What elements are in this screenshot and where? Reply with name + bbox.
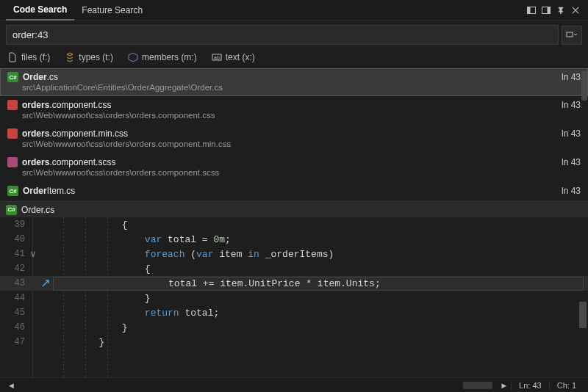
code-line[interactable]: 40 var total = 0m;	[0, 232, 588, 247]
line-number: 45	[0, 308, 28, 318]
result-path: src\ApplicationCore\Entities\OrderAggreg…	[22, 83, 556, 92]
code-line[interactable]: 42 {	[0, 261, 588, 276]
code-text: total += item.UnitPrice * item.Units;	[54, 278, 381, 289]
result-row[interactable]: C#OrderItem.csln 43	[0, 182, 588, 201]
code-text: var total = 0m;	[53, 234, 231, 245]
line-number: 40	[0, 234, 28, 244]
code-text: }	[53, 322, 127, 333]
breakpoint-glyph-icon	[38, 279, 53, 288]
code-line[interactable]: 43 total += item.UnitPrice * item.Units;	[0, 276, 588, 291]
result-row[interactable]: orders.component.csssrc\Web\wwwroot\css\…	[0, 96, 588, 125]
code-line[interactable]: 41∨ foreach (var item in _orderItems)	[0, 247, 588, 261]
css-icon	[7, 128, 18, 139]
line-number: 41	[0, 249, 28, 259]
code-text: {	[53, 219, 127, 231]
line-number: 47	[0, 337, 28, 347]
results-scrollbar[interactable]	[581, 70, 587, 200]
line-number: 44	[0, 293, 28, 303]
code-text: }	[53, 293, 151, 304]
code-line[interactable]: 45 return total;	[0, 305, 588, 320]
filter-members-label: members (m:)	[142, 52, 197, 62]
result-row[interactable]: C#Order.cssrc\ApplicationCore\Entities\O…	[0, 68, 588, 96]
tab-feature-search[interactable]: Feature Search	[74, 1, 150, 20]
code-text: foreach (var item in _orderItems)	[53, 249, 334, 260]
filter-members[interactable]: members (m:)	[128, 52, 197, 62]
close-icon[interactable]	[569, 4, 582, 17]
scroll-left-icon[interactable]: ◄	[4, 381, 18, 390]
svg-text:ab: ab	[214, 55, 220, 60]
line-number: 43	[0, 278, 28, 288]
status-bar: ◄ ► Ln: 43 Ch: 1	[0, 377, 588, 392]
result-line-number: ln 43	[556, 100, 581, 110]
window-dock-right-icon[interactable]	[539, 4, 553, 17]
preview-header: C# Order.cs	[0, 201, 588, 217]
filter-types-label: types (t:)	[79, 52, 113, 62]
code-line[interactable]: 44 }	[0, 291, 588, 305]
filter-files-label: files (f:)	[21, 52, 50, 62]
result-row[interactable]: orders.component.min.csssrc\Web\wwwroot\…	[0, 125, 588, 153]
pin-icon[interactable]	[554, 4, 567, 17]
results-scrollbar-thumb[interactable]	[581, 71, 587, 101]
title-bar: Code Search Feature Search	[0, 0, 588, 21]
search-row	[0, 21, 588, 49]
result-line-number: ln 43	[556, 186, 581, 196]
fold-chevron-icon[interactable]: ∨	[28, 248, 38, 260]
members-icon	[128, 52, 138, 62]
scroll-right-icon[interactable]: ►	[497, 381, 511, 390]
result-filename: orders.component.min.css	[22, 128, 128, 139]
result-path: src\Web\wwwroot\css\orders\orders.compon…	[22, 168, 556, 177]
search-input[interactable]	[6, 25, 559, 45]
code-text: }	[53, 337, 104, 348]
result-row[interactable]: orders.component.scsssrc\Web\wwwroot\css…	[0, 153, 588, 182]
line-number: 39	[0, 219, 28, 230]
result-path: src\Web\wwwroot\css\orders\orders.compon…	[22, 139, 556, 148]
horizontal-scrollbar[interactable]	[23, 382, 492, 389]
css-icon	[7, 100, 18, 110]
text-icon: ab	[212, 52, 222, 62]
result-line-number: ln 43	[556, 157, 581, 167]
filter-files[interactable]: files (f:)	[7, 52, 50, 62]
csharp-icon: C#	[7, 186, 18, 196]
csharp-icon: C#	[6, 205, 17, 215]
code-text: return total;	[53, 308, 219, 319]
result-filename: orders.component.css	[22, 100, 111, 110]
filter-types[interactable]: types (t:)	[65, 52, 113, 62]
svg-rect-1	[528, 7, 531, 13]
code-text: {	[53, 264, 151, 275]
svg-rect-4	[567, 32, 573, 37]
search-options-dropdown[interactable]	[562, 26, 582, 45]
result-filename: Order.cs	[23, 72, 58, 82]
results-list: C#Order.cssrc\ApplicationCore\Entities\O…	[0, 68, 588, 201]
svg-rect-3	[548, 7, 551, 13]
scss-icon	[7, 157, 18, 167]
types-icon	[65, 52, 75, 62]
filter-row: files (f:) types (t:) members (m:) ab te…	[0, 49, 588, 68]
line-number: 42	[0, 264, 28, 274]
result-line-number: ln 43	[556, 72, 581, 82]
result-filename: OrderItem.cs	[23, 186, 75, 196]
result-line-number: ln 43	[556, 128, 581, 139]
horizontal-scrollbar-thumb[interactable]	[463, 382, 492, 389]
code-line[interactable]: 46 }	[0, 320, 588, 335]
csharp-icon: C#	[7, 72, 18, 82]
code-line[interactable]: 39 {	[0, 217, 588, 232]
result-filename: orders.component.scss	[22, 157, 115, 167]
line-number: 46	[0, 322, 28, 333]
code-editor[interactable]: 39 {40 var total = 0m;41∨ foreach (var i…	[0, 217, 588, 377]
preview-filename: Order.cs	[21, 205, 54, 215]
tab-code-search[interactable]: Code Search	[6, 0, 74, 21]
status-char: Ch: 1	[549, 381, 584, 390]
filter-text-label: text (x:)	[226, 52, 255, 62]
result-path: src\Web\wwwroot\css\orders\orders.compon…	[22, 111, 556, 120]
file-icon	[7, 52, 18, 62]
status-line: Ln: 43	[511, 381, 549, 390]
filter-text[interactable]: ab text (x:)	[212, 52, 255, 62]
window-dock-left-icon[interactable]	[525, 4, 538, 17]
code-line[interactable]: 47 }	[0, 335, 588, 349]
